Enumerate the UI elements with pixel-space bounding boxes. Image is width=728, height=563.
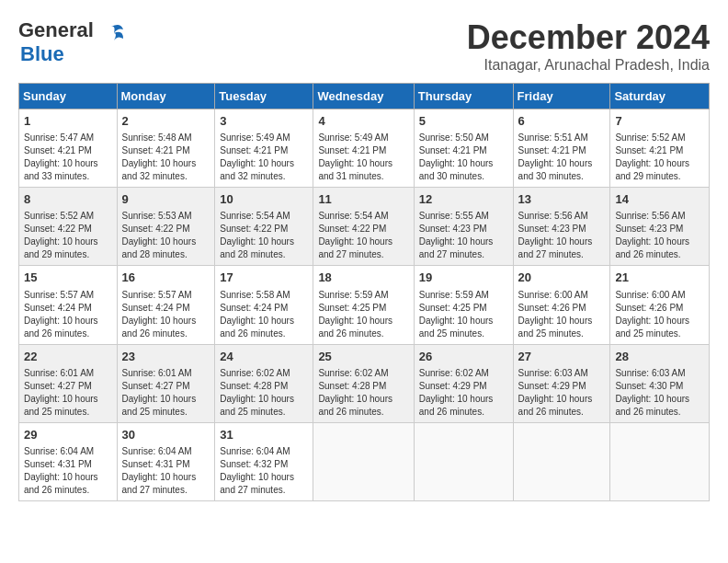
- day-info: Daylight: 10 hours and 26 minutes.: [318, 315, 408, 340]
- day-info: Daylight: 10 hours and 32 minutes.: [220, 157, 308, 183]
- day-info: Daylight: 10 hours and 33 minutes.: [24, 157, 112, 183]
- day-number: 18: [318, 270, 408, 286]
- day-info: Sunrise: 6:04 AM: [122, 445, 210, 458]
- calendar-cell: 10Sunrise: 5:54 AMSunset: 4:22 PMDayligh…: [215, 188, 313, 266]
- day-info: Sunrise: 6:03 AM: [615, 367, 704, 380]
- day-info: Sunrise: 5:53 AM: [122, 210, 210, 223]
- day-info: Sunset: 4:31 PM: [24, 458, 112, 471]
- day-info: Sunset: 4:21 PM: [615, 144, 704, 157]
- calendar-cell: 16Sunrise: 5:57 AMSunset: 4:24 PMDayligh…: [117, 266, 215, 344]
- day-number: 5: [419, 113, 508, 130]
- day-info: Daylight: 10 hours and 29 minutes.: [615, 157, 704, 183]
- day-info: Daylight: 10 hours and 29 minutes.: [24, 236, 112, 261]
- day-number: 11: [318, 191, 408, 208]
- calendar-cell: 27Sunrise: 6:03 AMSunset: 4:29 PMDayligh…: [513, 344, 610, 422]
- day-info: Sunset: 4:23 PM: [615, 223, 704, 236]
- day-info: Sunrise: 5:49 AM: [220, 132, 308, 144]
- day-info: Sunrise: 5:52 AM: [24, 210, 112, 223]
- day-info: Daylight: 10 hours and 30 minutes.: [419, 157, 508, 183]
- calendar-header-row: SundayMondayTuesdayWednesdayThursdayFrid…: [19, 84, 710, 109]
- logo-bird-icon: [97, 22, 125, 54]
- day-info: Sunset: 4:22 PM: [220, 223, 308, 236]
- weekday-header: Friday: [513, 84, 610, 109]
- day-info: Daylight: 10 hours and 25 minutes.: [220, 393, 308, 419]
- day-info: Sunrise: 6:00 AM: [518, 289, 606, 302]
- calendar-week-row: 22Sunrise: 6:01 AMSunset: 4:27 PMDayligh…: [19, 344, 710, 422]
- calendar-cell: [610, 422, 710, 500]
- day-info: Daylight: 10 hours and 26 minutes.: [24, 315, 112, 340]
- day-info: Sunset: 4:28 PM: [318, 380, 408, 393]
- day-info: Daylight: 10 hours and 26 minutes.: [615, 393, 704, 419]
- calendar-week-row: 15Sunrise: 5:57 AMSunset: 4:24 PMDayligh…: [19, 266, 710, 344]
- day-info: Sunrise: 6:00 AM: [615, 289, 704, 302]
- calendar-week-row: 8Sunrise: 5:52 AMSunset: 4:22 PMDaylight…: [19, 188, 710, 266]
- day-info: Sunset: 4:28 PM: [220, 380, 308, 393]
- weekday-header: Tuesday: [215, 84, 313, 109]
- day-info: Daylight: 10 hours and 27 minutes.: [419, 236, 508, 261]
- day-number: 6: [518, 113, 606, 130]
- day-info: Sunrise: 5:49 AM: [318, 132, 408, 144]
- day-info: Sunset: 4:21 PM: [24, 144, 112, 157]
- day-info: Daylight: 10 hours and 25 minutes.: [24, 393, 112, 419]
- calendar-cell: 26Sunrise: 6:02 AMSunset: 4:29 PMDayligh…: [414, 344, 513, 422]
- day-info: Sunset: 4:23 PM: [518, 223, 606, 236]
- day-info: Daylight: 10 hours and 32 minutes.: [122, 157, 210, 183]
- day-info: Daylight: 10 hours and 25 minutes.: [122, 393, 210, 419]
- day-number: 30: [122, 427, 210, 443]
- month-title: December 2024: [467, 18, 710, 57]
- calendar-cell: 8Sunrise: 5:52 AMSunset: 4:22 PMDaylight…: [19, 188, 118, 266]
- day-info: Daylight: 10 hours and 27 minutes.: [220, 471, 308, 497]
- day-info: Daylight: 10 hours and 27 minutes.: [318, 236, 408, 261]
- day-info: Sunset: 4:25 PM: [419, 302, 508, 315]
- title-area: December 2024 Itanagar, Arunachal Prades…: [467, 18, 710, 74]
- day-info: Daylight: 10 hours and 26 minutes.: [122, 315, 210, 340]
- day-info: Sunset: 4:29 PM: [419, 380, 508, 393]
- day-number: 4: [318, 113, 408, 130]
- day-info: Daylight: 10 hours and 26 minutes.: [220, 315, 308, 340]
- day-info: Sunset: 4:21 PM: [318, 144, 408, 157]
- day-number: 25: [318, 349, 408, 365]
- day-info: Sunrise: 5:51 AM: [518, 132, 606, 144]
- day-number: 12: [419, 191, 508, 208]
- day-info: Sunrise: 5:54 AM: [220, 210, 308, 223]
- calendar-cell: 14Sunrise: 5:56 AMSunset: 4:23 PMDayligh…: [610, 188, 710, 266]
- day-info: Sunset: 4:26 PM: [615, 302, 704, 315]
- header: General Blue December 2024 Itanagar, Aru…: [18, 18, 710, 74]
- calendar-cell: 5Sunrise: 5:50 AMSunset: 4:21 PMDaylight…: [414, 109, 513, 188]
- calendar-cell: 12Sunrise: 5:55 AMSunset: 4:23 PMDayligh…: [414, 188, 513, 266]
- day-info: Sunrise: 6:03 AM: [518, 367, 606, 380]
- day-info: Sunset: 4:30 PM: [615, 380, 704, 393]
- day-info: Sunrise: 5:57 AM: [24, 289, 112, 302]
- day-info: Sunrise: 5:47 AM: [24, 132, 112, 144]
- weekday-header: Saturday: [610, 84, 710, 109]
- calendar-cell: 28Sunrise: 6:03 AMSunset: 4:30 PMDayligh…: [610, 344, 710, 422]
- day-info: Sunset: 4:21 PM: [220, 144, 308, 157]
- weekday-header: Monday: [117, 84, 215, 109]
- calendar-cell: 4Sunrise: 5:49 AMSunset: 4:21 PMDaylight…: [313, 109, 414, 188]
- calendar-cell: 25Sunrise: 6:02 AMSunset: 4:28 PMDayligh…: [313, 344, 414, 422]
- day-info: Sunrise: 5:52 AM: [615, 132, 704, 144]
- location-title: Itanagar, Arunachal Pradesh, India: [467, 57, 710, 74]
- calendar-cell: [414, 422, 513, 500]
- calendar-table: SundayMondayTuesdayWednesdayThursdayFrid…: [18, 83, 710, 501]
- day-number: 22: [24, 349, 112, 365]
- day-info: Sunrise: 5:59 AM: [318, 289, 408, 302]
- calendar-cell: 21Sunrise: 6:00 AMSunset: 4:26 PMDayligh…: [610, 266, 710, 344]
- calendar-cell: 29Sunrise: 6:04 AMSunset: 4:31 PMDayligh…: [19, 422, 118, 500]
- calendar-cell: 31Sunrise: 6:04 AMSunset: 4:32 PMDayligh…: [215, 422, 313, 500]
- calendar-cell: 22Sunrise: 6:01 AMSunset: 4:27 PMDayligh…: [19, 344, 118, 422]
- day-info: Sunset: 4:21 PM: [419, 144, 508, 157]
- day-info: Sunset: 4:27 PM: [24, 380, 112, 393]
- day-number: 15: [24, 270, 112, 286]
- day-number: 24: [220, 349, 308, 365]
- day-info: Sunset: 4:24 PM: [220, 302, 308, 315]
- calendar-cell: 15Sunrise: 5:57 AMSunset: 4:24 PMDayligh…: [19, 266, 118, 344]
- calendar-cell: 18Sunrise: 5:59 AMSunset: 4:25 PMDayligh…: [313, 266, 414, 344]
- day-info: Daylight: 10 hours and 27 minutes.: [518, 236, 606, 261]
- day-info: Sunrise: 5:55 AM: [419, 210, 508, 223]
- day-info: Sunrise: 5:58 AM: [220, 289, 308, 302]
- day-info: Sunset: 4:22 PM: [122, 223, 210, 236]
- day-info: Sunset: 4:27 PM: [122, 380, 210, 393]
- day-number: 17: [220, 270, 308, 286]
- day-info: Sunset: 4:24 PM: [24, 302, 112, 315]
